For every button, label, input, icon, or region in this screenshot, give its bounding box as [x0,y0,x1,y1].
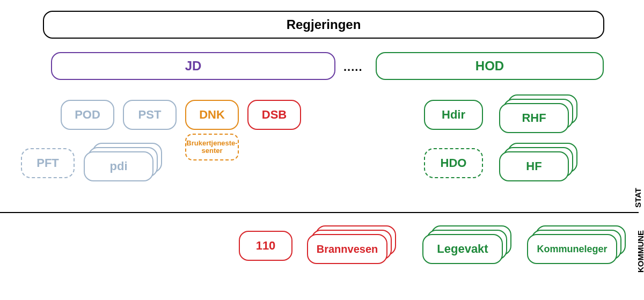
box-regjeringen: Regjeringen [43,11,604,39]
sidelabel-stat: STAT [633,187,642,209]
box-brukertjenestesenter: Brukertjeneste- senter [185,134,239,160]
box-dsb: DSB [247,100,301,130]
label-dsb: DSB [262,108,287,121]
label-pft: PFT [36,157,59,170]
stack-kommuneleger-layer: Kommuneleger [527,234,617,264]
box-pst: PST [123,100,177,130]
stack-pdi-layer: pdi [84,151,153,181]
box-hdir: Hdir [424,100,483,130]
stack-kommuneleger: Kommuneleger [536,225,537,226]
stack-hf-layer: HF [499,151,569,181]
box-hdo: HDO [424,148,483,178]
label-hdo: HDO [441,157,467,170]
label-kommuneleger: Kommuneleger [537,244,607,255]
box-jd: JD [51,52,335,80]
dots-between-ministries: ..... [343,60,363,74]
label-rhf: RHF [522,111,546,125]
box-pft: PFT [21,148,75,178]
label-pst: PST [138,108,162,121]
label-hod: HOD [475,59,504,73]
divider-stat-kommune [0,212,639,213]
stack-legevakt-layer: Legevakt [422,234,503,264]
label-hdir: Hdir [442,108,465,121]
box-pod: POD [61,100,114,130]
stack-brannvesen: Brannvesen [316,225,317,226]
box-110: 110 [239,231,292,261]
label-kommune: KOMMUNE [636,230,645,273]
label-brukertjenestesenter: Brukertjeneste- senter [186,140,237,155]
label-jd: JD [185,59,202,73]
label-stat: STAT [633,188,642,208]
stack-rhf-layer: RHF [499,103,569,133]
label-dnk: DNK [199,108,225,121]
label-brannvesen: Brannvesen [317,243,378,255]
box-hod: HOD [376,52,604,80]
box-dnk: DNK [185,100,239,130]
label-pdi: pdi [110,159,128,173]
stack-hf: HF [508,143,509,144]
stack-pdi: pdi [92,143,93,144]
stack-legevakt: Legevakt [431,225,432,226]
label-hf: HF [526,159,541,173]
sidelabel-kommune: KOMMUNE [636,230,645,273]
stack-brannvesen-layer: Brannvesen [307,234,387,264]
label-legevakt: Legevakt [437,242,488,256]
label-110: 110 [256,239,276,252]
label-pod: POD [75,108,100,121]
stack-rhf: RHF [508,94,509,96]
label-regjeringen: Regjeringen [287,18,361,32]
